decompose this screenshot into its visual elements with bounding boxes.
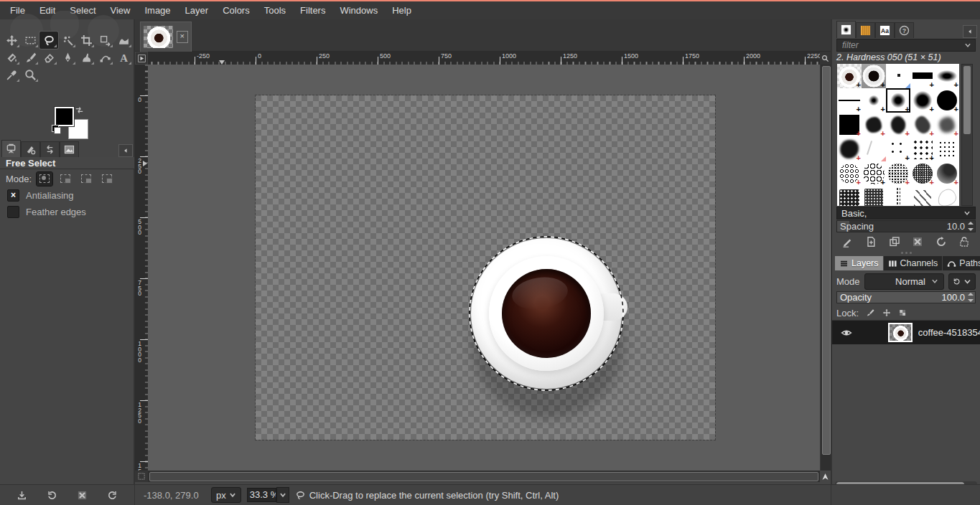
unit-dropdown[interactable]: px [211,487,241,503]
brush-hardness-050[interactable]: + [886,88,910,113]
brush-acrylic-2[interactable]: + [886,113,910,137]
brush-soft-ellipse[interactable]: + [935,64,959,88]
brush-chalk-03[interactable]: + [935,161,959,186]
selection-mode-add[interactable] [57,172,73,186]
dockable-tab-undo-history[interactable] [40,141,60,157]
tool-fuzzy-select[interactable] [58,32,77,49]
menu-colors[interactable]: Colors [215,3,257,18]
opacity-spinner[interactable] [968,293,974,302]
dock-splitter-handle[interactable] [832,250,980,255]
foreground-color-swatch[interactable] [55,107,74,126]
dialog-tab-channels[interactable]: Channels [884,256,943,270]
brush-scribble[interactable]: + [837,137,862,161]
brush-thin-line[interactable]: + [837,88,862,113]
dialog-tab-layers[interactable]: Layers [835,256,883,270]
brush-cell-02[interactable]: + [862,161,886,186]
brush-faint-stroke[interactable] [862,137,886,161]
horizontal-ruler[interactable]: -2500250500750100012501500175020002250 [148,52,820,65]
reset-tool-options-button[interactable] [107,490,118,501]
horizontal-scrollbar[interactable] [148,471,820,482]
dialog-tab-brushes[interactable] [836,21,856,38]
zoom-entry[interactable]: 33.3 % [247,488,276,502]
open-brush-as-image-button[interactable] [958,236,970,247]
tool-paths[interactable] [95,49,114,66]
brush-chalk-01[interactable]: + [886,161,910,186]
tool-eraser[interactable] [39,49,58,66]
tool-ink[interactable] [58,49,77,66]
panel-menu-button[interactable] [118,144,133,157]
quick-mask-toggle[interactable] [135,471,148,482]
tool-paintbrush[interactable] [21,49,39,66]
layer-mode-dropdown[interactable]: Normal [864,273,944,290]
feather-edges-option[interactable]: Feather edges [7,205,86,218]
brush-texture-02[interactable] [862,186,886,206]
vertical-ruler[interactable]: 0250500750100012501500 [135,65,148,471]
brush-hardness-075[interactable]: + [910,88,935,113]
tool-free-select[interactable] [39,32,58,49]
menu-filters[interactable]: Filters [293,3,332,18]
delete-tool-preset-button[interactable] [77,490,88,501]
selection-mode-subtract[interactable] [78,172,94,186]
menu-tools[interactable]: Tools [257,3,293,18]
brush-star[interactable]: + [837,113,862,137]
dockable-tab-device-status[interactable] [21,141,40,157]
dialog-tab-paths[interactable]: Paths [943,256,980,270]
vertical-scrollbar[interactable] [820,65,831,471]
brush-acrylic-1[interactable]: + [862,113,886,137]
checkbox-feather-edges[interactable] [7,206,19,218]
horizontal-scrollbar-thumb[interactable] [149,472,818,481]
duplicate-brush-button[interactable] [889,236,900,247]
tool-move[interactable] [2,32,21,49]
image-tab[interactable]: × [140,22,192,52]
spacing-spinner[interactable] [968,222,974,231]
brush-acrylic-3[interactable]: + [910,113,935,137]
tool-bucket-fill[interactable] [2,49,21,66]
layer-opacity-slider[interactable]: Opacity 100.0 [836,291,976,303]
dockable-tab-tool-options[interactable] [1,140,21,157]
brush-filter-box[interactable] [836,39,976,52]
default-colors-icon[interactable] [52,125,61,134]
refresh-brushes-button[interactable] [935,236,947,247]
brush-pepper-dot[interactable] [886,64,910,88]
brush-cell-01[interactable]: + [837,161,862,186]
brush-dots-fine[interactable] [935,137,959,161]
swap-colors-icon[interactable] [74,105,85,115]
ruler-origin-button[interactable] [135,52,148,65]
brushes-panel-menu-button[interactable] [963,25,977,38]
brush-clipboard-coffee[interactable]: + [837,64,862,88]
tool-color-picker[interactable] [2,66,21,83]
brush-hardness-025[interactable]: + [862,88,886,113]
blend-space-switch[interactable] [948,273,976,290]
lock-alpha-button[interactable] [898,308,908,318]
menu-layer[interactable]: Layer [178,3,216,18]
brush-spacing-slider[interactable]: Spacing 10.0 [836,220,976,232]
tool-unified-transform[interactable] [95,32,114,49]
save-tool-preset-button[interactable] [17,490,27,501]
delete-brush-button[interactable] [912,236,923,247]
brush-grid-scrollbar[interactable] [961,64,973,206]
tool-crop[interactable] [77,32,95,49]
menu-image[interactable]: Image [137,3,177,18]
zoom-dropdown-button[interactable] [276,487,289,503]
brush-block-bar[interactable]: + [910,64,935,88]
canvas-viewport[interactable] [148,65,820,471]
brush-filter-input[interactable] [841,39,964,51]
restore-tool-preset-button[interactable] [47,490,57,501]
tool-smudge[interactable] [77,49,95,66]
selection-mode-intersect[interactable] [99,172,115,186]
brush-coffee-dark[interactable]: + [862,64,886,88]
dialog-tab-fonts[interactable]: Aa [875,22,895,38]
tool-rectangle-select[interactable] [21,32,39,49]
brush-grass[interactable] [886,186,910,206]
lock-position-button[interactable] [882,308,892,318]
brush-hardness-100[interactable]: + [935,88,959,113]
brush-acrylic-4[interactable]: + [935,113,959,137]
tool-text[interactable]: A [114,49,133,66]
layer-row[interactable]: coffee-4518354. [832,321,980,344]
layer-visibility-eye-icon[interactable] [841,327,852,339]
dialog-tab-patterns[interactable] [856,22,875,38]
tool-zoom[interactable] [21,66,39,83]
navigation-preview-button[interactable] [820,471,831,482]
tool-warp-transform[interactable] [114,32,133,49]
layer-name[interactable]: coffee-4518354. [918,327,980,338]
